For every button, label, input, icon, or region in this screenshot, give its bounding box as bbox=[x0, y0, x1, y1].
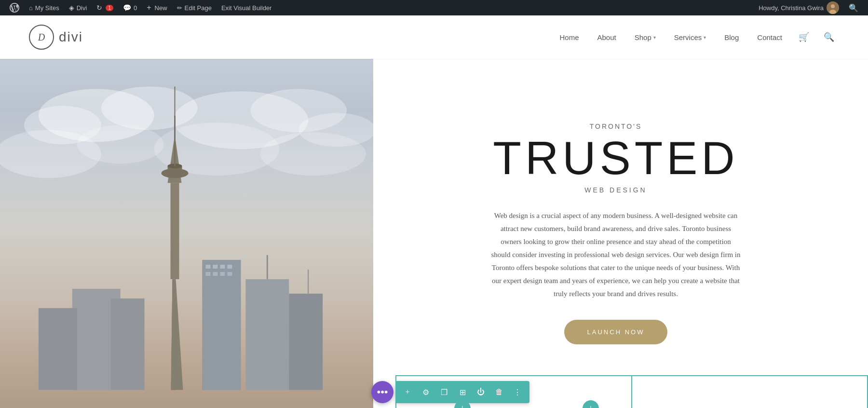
divi-icon: ◈ bbox=[69, 4, 74, 12]
my-sites-label: My Sites bbox=[35, 4, 59, 12]
svg-rect-28 bbox=[220, 272, 225, 276]
vb-power-icon: ⏻ bbox=[477, 388, 485, 396]
nav-search-icon[interactable]: 🔍 bbox=[819, 28, 839, 46]
comments-item[interactable]: 💬 0 bbox=[119, 0, 141, 15]
svg-rect-31 bbox=[289, 294, 323, 390]
nav-services[interactable]: Services ▾ bbox=[667, 29, 713, 45]
comments-count: 0 bbox=[134, 4, 137, 12]
vb-plus-icon: + bbox=[405, 388, 409, 396]
hero-subtitle-bottom: WEB DESIGN bbox=[584, 186, 647, 194]
logo-circle: D bbox=[29, 25, 54, 50]
divi-label: Divi bbox=[77, 4, 87, 12]
vb-purple-menu-button[interactable]: ••• bbox=[371, 381, 393, 403]
user-avatar bbox=[827, 1, 839, 14]
vb-disable-button[interactable]: ⏻ bbox=[473, 384, 489, 400]
exit-vb-item[interactable]: Exit Visual Builder bbox=[217, 0, 276, 15]
cart-icon[interactable]: 🛒 bbox=[794, 28, 814, 46]
shop-chevron-icon: ▾ bbox=[653, 35, 656, 40]
hero-body-text: Web design is a crucial aspect of any mo… bbox=[490, 209, 741, 300]
my-sites-menu[interactable]: ⌂ My Sites bbox=[25, 0, 63, 15]
svg-point-1 bbox=[831, 4, 835, 8]
logo-text: divi bbox=[59, 29, 83, 45]
vb-columns-icon: ⊞ bbox=[460, 388, 466, 397]
vb-delete-button[interactable]: 🗑 bbox=[491, 384, 507, 400]
cn-tower-illustration bbox=[0, 59, 373, 408]
howdy-label: Howdy, Christina Gwira bbox=[759, 4, 824, 12]
site-header: D divi Home About Shop ▾ Services ▾ Blog… bbox=[0, 15, 868, 59]
svg-rect-25 bbox=[227, 265, 232, 269]
main-nav: Home About Shop ▾ Services ▾ Blog Contac… bbox=[553, 28, 839, 46]
svg-rect-30 bbox=[245, 279, 289, 390]
updates-icon: ↻ bbox=[96, 4, 102, 12]
svg-rect-21 bbox=[202, 260, 241, 390]
site-logo[interactable]: D divi bbox=[29, 25, 83, 50]
vb-more-icon: ⋮ bbox=[514, 388, 521, 397]
vb-col1-plus-icon: + bbox=[460, 403, 465, 408]
updates-count: 1 bbox=[106, 5, 113, 11]
nav-contact[interactable]: Contact bbox=[750, 29, 789, 45]
nav-blog[interactable]: Blog bbox=[718, 29, 746, 45]
exit-vb-label: Exit Visual Builder bbox=[221, 4, 272, 12]
hero-text-column: TORONTO'S TRUSTED WEB DESIGN Web design … bbox=[373, 59, 868, 408]
admin-search-icon[interactable]: 🔍 bbox=[845, 3, 862, 13]
new-label: New bbox=[155, 4, 167, 12]
nav-about[interactable]: About bbox=[590, 29, 623, 45]
svg-rect-29 bbox=[227, 272, 232, 276]
svg-rect-22 bbox=[205, 265, 210, 269]
svg-rect-27 bbox=[213, 272, 217, 276]
updates-item[interactable]: ↻ 1 bbox=[93, 0, 117, 15]
user-menu[interactable]: Howdy, Christina Gwira bbox=[755, 1, 843, 14]
svg-rect-13 bbox=[171, 183, 179, 279]
wp-logo[interactable] bbox=[6, 0, 23, 15]
svg-rect-24 bbox=[220, 265, 225, 269]
vb-more-button[interactable]: ⋮ bbox=[509, 384, 526, 400]
divi-theme-item[interactable]: ◈ Divi bbox=[65, 0, 91, 15]
hero-main-heading: TRUSTED bbox=[493, 135, 738, 181]
plus-icon: + bbox=[147, 3, 151, 12]
edit-page-label: Edit Page bbox=[185, 4, 212, 12]
launch-now-button[interactable]: LAUNCH NOW bbox=[564, 320, 668, 344]
vb-add-module-button[interactable]: + bbox=[399, 384, 416, 400]
svg-rect-26 bbox=[205, 272, 210, 276]
hero-subtitle-top: TORONTO'S bbox=[590, 122, 642, 130]
logo-letter: D bbox=[38, 32, 45, 43]
vb-gear-icon: ⚙ bbox=[422, 388, 429, 397]
vb-copy-button[interactable]: ❐ bbox=[436, 384, 452, 400]
my-sites-icon: ⌂ bbox=[29, 4, 33, 12]
hero-image-column bbox=[0, 59, 373, 408]
vb-trash-icon: 🗑 bbox=[495, 388, 503, 396]
svg-rect-23 bbox=[213, 265, 217, 269]
services-chevron-icon: ▾ bbox=[704, 35, 706, 40]
svg-point-10 bbox=[77, 125, 164, 163]
vb-settings-button[interactable]: ⚙ bbox=[418, 384, 434, 400]
edit-icon: ✏ bbox=[177, 4, 182, 12]
main-content: TORONTO'S TRUSTED WEB DESIGN Web design … bbox=[0, 59, 868, 408]
new-content-item[interactable]: + New bbox=[143, 0, 171, 15]
vb-col2-plus-icon: + bbox=[588, 403, 593, 408]
vb-copy-icon: ❐ bbox=[441, 388, 448, 397]
svg-rect-33 bbox=[39, 308, 77, 390]
vb-columns-button[interactable]: ⊞ bbox=[454, 384, 471, 400]
nav-shop[interactable]: Shop ▾ bbox=[628, 29, 663, 45]
svg-point-12 bbox=[260, 132, 366, 176]
comments-icon: 💬 bbox=[123, 4, 131, 12]
nav-home[interactable]: Home bbox=[553, 29, 585, 45]
svg-rect-34 bbox=[111, 299, 145, 390]
admin-bar: ⌂ My Sites ◈ Divi ↻ 1 💬 0 + New ✏ Edit P… bbox=[0, 0, 868, 15]
edit-page-item[interactable]: ✏ Edit Page bbox=[173, 0, 216, 15]
admin-bar-right: Howdy, Christina Gwira 🔍 bbox=[755, 1, 862, 14]
vb-menu-dots-icon: ••• bbox=[377, 386, 388, 398]
